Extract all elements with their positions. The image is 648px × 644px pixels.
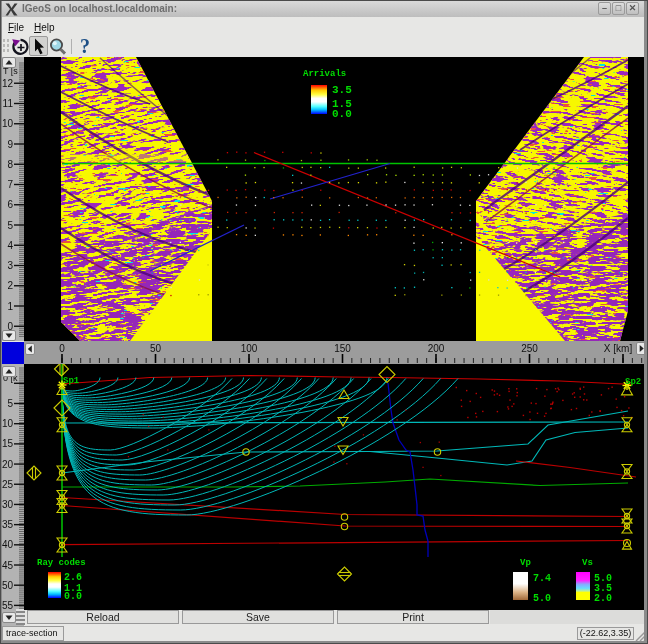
svg-text:7.4: 7.4 bbox=[533, 573, 551, 584]
svg-text:11: 11 bbox=[3, 98, 14, 109]
svg-text:9: 9 bbox=[7, 139, 13, 150]
svg-text:100: 100 bbox=[241, 343, 258, 354]
svg-text:Ray codes: Ray codes bbox=[37, 558, 86, 568]
svg-text:0.0: 0.0 bbox=[64, 591, 82, 602]
svg-text:50: 50 bbox=[2, 580, 13, 591]
svg-text:12: 12 bbox=[2, 78, 13, 89]
svg-text:35: 35 bbox=[2, 519, 13, 530]
svg-text:200: 200 bbox=[428, 343, 445, 354]
svg-text:2.0: 2.0 bbox=[594, 593, 612, 604]
svg-text:15: 15 bbox=[2, 438, 13, 449]
svg-text:6: 6 bbox=[7, 199, 13, 210]
svg-text:25: 25 bbox=[2, 479, 13, 490]
svg-text:Sp1: Sp1 bbox=[63, 376, 80, 386]
svg-text:250: 250 bbox=[521, 343, 538, 354]
svg-text:5: 5 bbox=[7, 220, 13, 231]
svg-text:X [km]: X [km] bbox=[604, 343, 633, 354]
svg-text:Sp2: Sp2 bbox=[625, 377, 641, 387]
svg-text:7: 7 bbox=[7, 179, 13, 190]
svg-text:2.6: 2.6 bbox=[64, 572, 82, 583]
svg-text:0: 0 bbox=[59, 343, 65, 354]
svg-text:8: 8 bbox=[7, 159, 13, 170]
svg-text:5: 5 bbox=[7, 398, 13, 409]
svg-text:20: 20 bbox=[2, 459, 13, 470]
svg-text:2: 2 bbox=[7, 280, 13, 291]
svg-text:3.5: 3.5 bbox=[332, 84, 352, 96]
svg-text:Vp: Vp bbox=[520, 558, 531, 568]
svg-text:3: 3 bbox=[7, 260, 13, 271]
svg-text:5.0: 5.0 bbox=[533, 593, 551, 604]
svg-text:1: 1 bbox=[7, 301, 13, 312]
svg-text:40: 40 bbox=[2, 539, 13, 550]
svg-text:4: 4 bbox=[7, 240, 13, 251]
svg-text:Arrivals: Arrivals bbox=[303, 69, 346, 79]
svg-text:10: 10 bbox=[2, 118, 13, 129]
svg-text:10: 10 bbox=[2, 418, 13, 429]
svg-text:45: 45 bbox=[2, 560, 13, 571]
svg-text:Vs: Vs bbox=[582, 558, 593, 568]
svg-text:30: 30 bbox=[2, 499, 13, 510]
svg-text:150: 150 bbox=[334, 343, 351, 354]
svg-text:55: 55 bbox=[2, 600, 13, 611]
svg-text:50: 50 bbox=[150, 343, 162, 354]
svg-text:0.0: 0.0 bbox=[332, 108, 352, 120]
